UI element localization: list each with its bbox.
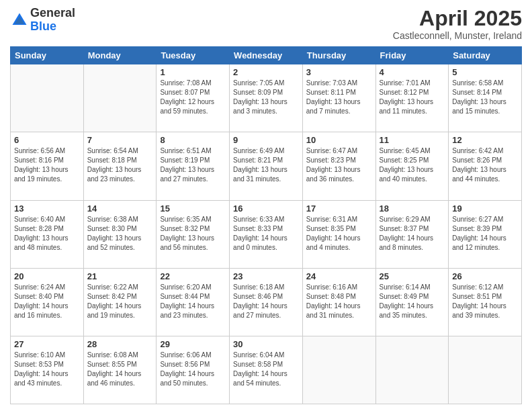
day-cell: 7Sunrise: 6:54 AM Sunset: 8:18 PM Daylig… [83, 132, 157, 200]
day-cell: 13Sunrise: 6:40 AM Sunset: 8:28 PM Dayli… [11, 200, 84, 268]
day-info: Sunrise: 7:01 AM Sunset: 8:12 PM Dayligh… [380, 79, 445, 116]
header-cell-friday: Friday [375, 47, 449, 64]
day-number: 17 [306, 203, 372, 214]
day-info: Sunrise: 6:51 AM Sunset: 8:19 PM Dayligh… [160, 146, 226, 184]
day-number: 22 [160, 271, 226, 281]
day-number: 20 [14, 271, 80, 281]
day-number: 4 [380, 67, 445, 77]
day-cell: 6Sunrise: 6:56 AM Sunset: 8:16 PM Daylig… [11, 132, 84, 200]
day-number: 15 [160, 203, 226, 214]
week-row-4: 27Sunrise: 6:10 AM Sunset: 8:53 PM Dayli… [11, 336, 522, 404]
day-info: Sunrise: 6:18 AM Sunset: 8:46 PM Dayligh… [233, 283, 299, 320]
day-cell: 21Sunrise: 6:22 AM Sunset: 8:42 PM Dayli… [83, 268, 157, 336]
location-subtitle: Castleconnell, Munster, Ireland [393, 30, 522, 41]
day-number: 19 [452, 203, 518, 214]
day-cell: 30Sunrise: 6:04 AM Sunset: 8:58 PM Dayli… [230, 336, 303, 404]
day-info: Sunrise: 6:16 AM Sunset: 8:48 PM Dayligh… [306, 283, 372, 320]
day-info: Sunrise: 6:47 AM Sunset: 8:23 PM Dayligh… [306, 146, 372, 184]
day-number: 3 [306, 67, 372, 77]
day-cell: 14Sunrise: 6:38 AM Sunset: 8:30 PM Dayli… [83, 200, 157, 268]
day-number: 10 [306, 135, 372, 145]
day-cell: 15Sunrise: 6:35 AM Sunset: 8:32 PM Dayli… [157, 200, 230, 268]
day-info: Sunrise: 6:33 AM Sunset: 8:33 PM Dayligh… [233, 215, 299, 253]
day-cell: 10Sunrise: 6:47 AM Sunset: 8:23 PM Dayli… [302, 132, 375, 200]
day-info: Sunrise: 6:31 AM Sunset: 8:35 PM Dayligh… [306, 215, 372, 253]
day-number: 23 [233, 271, 299, 281]
day-info: Sunrise: 7:08 AM Sunset: 8:07 PM Dayligh… [160, 79, 226, 116]
header-cell-sunday: Sunday [11, 47, 84, 64]
day-cell: 17Sunrise: 6:31 AM Sunset: 8:35 PM Dayli… [302, 200, 375, 268]
day-info: Sunrise: 6:08 AM Sunset: 8:55 PM Dayligh… [87, 351, 153, 388]
day-info: Sunrise: 6:45 AM Sunset: 8:25 PM Dayligh… [380, 146, 445, 184]
day-number: 13 [14, 203, 80, 214]
day-cell: 19Sunrise: 6:27 AM Sunset: 8:39 PM Dayli… [449, 200, 522, 268]
header-cell-tuesday: Tuesday [157, 47, 230, 64]
calendar-body: 1Sunrise: 7:08 AM Sunset: 8:07 PM Daylig… [11, 64, 522, 404]
day-info: Sunrise: 6:56 AM Sunset: 8:16 PM Dayligh… [14, 146, 80, 184]
day-number: 9 [233, 135, 299, 145]
day-info: Sunrise: 6:29 AM Sunset: 8:37 PM Dayligh… [380, 215, 445, 253]
day-cell: 12Sunrise: 6:42 AM Sunset: 8:26 PM Dayli… [449, 132, 522, 200]
day-number: 26 [452, 271, 518, 281]
day-cell: 18Sunrise: 6:29 AM Sunset: 8:37 PM Dayli… [375, 200, 449, 268]
day-cell: 8Sunrise: 6:51 AM Sunset: 8:19 PM Daylig… [157, 132, 230, 200]
day-number: 6 [14, 135, 80, 145]
header-cell-monday: Monday [83, 47, 157, 64]
day-cell: 1Sunrise: 7:08 AM Sunset: 8:07 PM Daylig… [157, 64, 230, 132]
page: General Blue April 2025 Castleconnell, M… [0, 0, 532, 411]
logo-blue: Blue [30, 20, 75, 34]
day-info: Sunrise: 6:49 AM Sunset: 8:21 PM Dayligh… [233, 146, 299, 184]
day-info: Sunrise: 6:35 AM Sunset: 8:32 PM Dayligh… [160, 215, 226, 253]
week-row-2: 13Sunrise: 6:40 AM Sunset: 8:28 PM Dayli… [11, 200, 522, 268]
header-row: SundayMondayTuesdayWednesdayThursdayFrid… [11, 47, 522, 64]
day-cell: 11Sunrise: 6:45 AM Sunset: 8:25 PM Dayli… [375, 132, 449, 200]
day-info: Sunrise: 6:27 AM Sunset: 8:39 PM Dayligh… [452, 215, 518, 253]
day-number: 8 [160, 135, 226, 145]
day-cell: 5Sunrise: 6:58 AM Sunset: 8:14 PM Daylig… [449, 64, 522, 132]
day-info: Sunrise: 6:38 AM Sunset: 8:30 PM Dayligh… [87, 215, 153, 253]
logo-text: General Blue [30, 7, 75, 34]
day-number: 30 [233, 339, 299, 349]
day-cell: 2Sunrise: 7:05 AM Sunset: 8:09 PM Daylig… [230, 64, 303, 132]
day-cell: 28Sunrise: 6:08 AM Sunset: 8:55 PM Dayli… [83, 336, 157, 404]
day-number: 5 [452, 67, 518, 77]
calendar-header: SundayMondayTuesdayWednesdayThursdayFrid… [11, 47, 522, 64]
day-info: Sunrise: 7:05 AM Sunset: 8:09 PM Dayligh… [233, 79, 299, 116]
day-cell [302, 336, 375, 404]
day-number: 2 [233, 67, 299, 77]
day-cell: 3Sunrise: 7:03 AM Sunset: 8:11 PM Daylig… [302, 64, 375, 132]
day-cell: 29Sunrise: 6:06 AM Sunset: 8:56 PM Dayli… [157, 336, 230, 404]
day-info: Sunrise: 6:54 AM Sunset: 8:18 PM Dayligh… [87, 146, 153, 184]
day-cell: 9Sunrise: 6:49 AM Sunset: 8:21 PM Daylig… [230, 132, 303, 200]
header-cell-wednesday: Wednesday [230, 47, 303, 64]
day-info: Sunrise: 7:03 AM Sunset: 8:11 PM Dayligh… [306, 79, 372, 116]
day-cell: 27Sunrise: 6:10 AM Sunset: 8:53 PM Dayli… [11, 336, 84, 404]
week-row-0: 1Sunrise: 7:08 AM Sunset: 8:07 PM Daylig… [11, 64, 522, 132]
day-number: 28 [87, 339, 153, 349]
week-row-1: 6Sunrise: 6:56 AM Sunset: 8:16 PM Daylig… [11, 132, 522, 200]
day-cell [449, 336, 522, 404]
title-section: April 2025 Castleconnell, Munster, Irela… [393, 7, 522, 41]
day-info: Sunrise: 6:58 AM Sunset: 8:14 PM Dayligh… [452, 79, 518, 116]
day-number: 7 [87, 135, 153, 145]
day-info: Sunrise: 6:06 AM Sunset: 8:56 PM Dayligh… [160, 351, 226, 388]
day-number: 25 [380, 271, 445, 281]
day-cell: 24Sunrise: 6:16 AM Sunset: 8:48 PM Dayli… [302, 268, 375, 336]
header: General Blue April 2025 Castleconnell, M… [10, 7, 522, 41]
day-info: Sunrise: 6:24 AM Sunset: 8:40 PM Dayligh… [14, 283, 80, 320]
day-cell: 23Sunrise: 6:18 AM Sunset: 8:46 PM Dayli… [230, 268, 303, 336]
week-row-3: 20Sunrise: 6:24 AM Sunset: 8:40 PM Dayli… [11, 268, 522, 336]
day-info: Sunrise: 6:20 AM Sunset: 8:44 PM Dayligh… [160, 283, 226, 320]
day-number: 21 [87, 271, 153, 281]
day-cell: 4Sunrise: 7:01 AM Sunset: 8:12 PM Daylig… [375, 64, 449, 132]
logo-general: General [30, 7, 75, 20]
day-cell: 22Sunrise: 6:20 AM Sunset: 8:44 PM Dayli… [157, 268, 230, 336]
calendar-table: SundayMondayTuesdayWednesdayThursdayFrid… [10, 46, 522, 404]
day-cell [375, 336, 449, 404]
logo-icon [10, 11, 29, 30]
day-number: 27 [14, 339, 80, 349]
day-info: Sunrise: 6:40 AM Sunset: 8:28 PM Dayligh… [14, 215, 80, 253]
day-number: 1 [160, 67, 226, 77]
header-cell-thursday: Thursday [302, 47, 375, 64]
day-number: 16 [233, 203, 299, 214]
